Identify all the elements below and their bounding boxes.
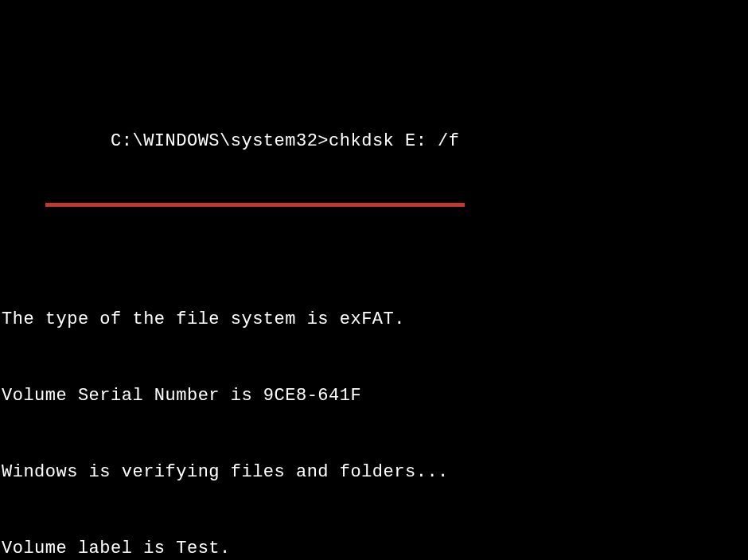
prompt-path: C:\WINDOWS\system32> <box>111 131 329 151</box>
highlight-underline <box>45 203 465 207</box>
terminal-window[interactable]: C:\WINDOWS\system32>chkdsk E: /f The typ… <box>0 0 748 560</box>
output-line: Volume label is Test. <box>2 536 748 560</box>
prompt-line-1[interactable]: C:\WINDOWS\system32>chkdsk E: /f <box>2 78 748 231</box>
output-line: Windows is verifying files and folders..… <box>2 460 748 485</box>
command-text: chkdsk E: /f <box>329 131 459 151</box>
output-line: The type of the file system is exFAT. <box>2 307 748 332</box>
output-line: Volume Serial Number is 9CE8-641F <box>2 383 748 409</box>
